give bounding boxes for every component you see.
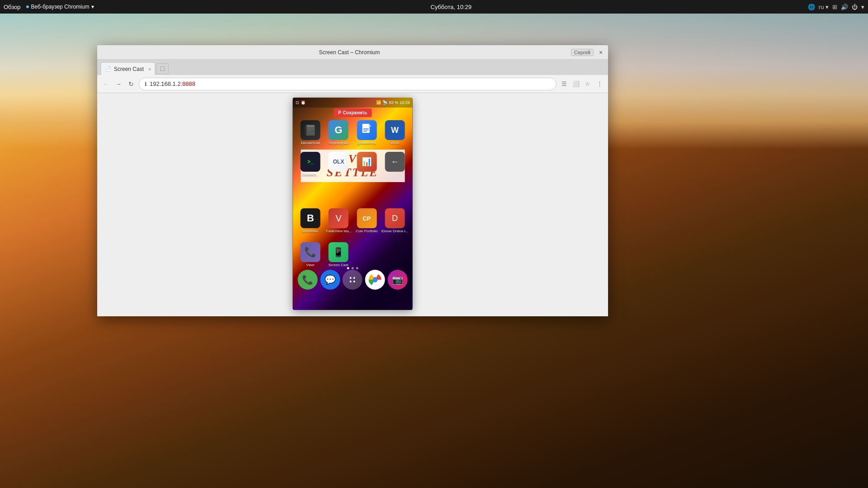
phone-screen-mockup[interactable]: ⊡ ⏰ 📶 📡 83 % 10:29 P Сохранить bbox=[293, 98, 413, 310]
blockfolio-icon: B bbox=[301, 208, 321, 228]
back-button[interactable]: ← bbox=[101, 79, 111, 89]
phone-app-back[interactable]: ← bbox=[382, 152, 407, 177]
address-info-icon: ℹ bbox=[145, 81, 147, 87]
stats-icon: 📊 bbox=[357, 152, 377, 172]
dock-messages[interactable]: 💬 bbox=[319, 270, 341, 290]
ebookdroid-label: EBookDroid bbox=[301, 141, 320, 145]
phone-dots-indicator bbox=[293, 267, 413, 269]
phone-wifi-icon: 📡 bbox=[382, 100, 387, 105]
svg-point-11 bbox=[350, 277, 352, 279]
taskbar-app-label: Веб-браузер Chromium bbox=[31, 4, 90, 10]
phone-app-translate[interactable]: G Переводчик bbox=[326, 120, 351, 145]
bookmark-icon[interactable]: ☆ bbox=[583, 79, 593, 89]
taskbar-datetime: Суббота, 10:29 bbox=[430, 4, 472, 10]
phone-apps-row-2: >_ Connect... OLX 📊 ← bbox=[293, 152, 413, 177]
coinportfolio-icon: CP bbox=[357, 208, 377, 228]
tradeview-icon: V bbox=[329, 208, 349, 228]
phone-app-viber[interactable]: 📞 Viber bbox=[297, 242, 325, 267]
filter-icon[interactable]: ☰ bbox=[559, 79, 569, 89]
svg-rect-3 bbox=[307, 129, 314, 129]
tab-close-button[interactable]: × bbox=[148, 66, 151, 72]
phone-time: 10:29 bbox=[400, 100, 410, 105]
dock-chrome[interactable] bbox=[364, 270, 387, 290]
dock-chrome-icon bbox=[365, 270, 385, 290]
phone-app-tradeview[interactable]: V TradeView Ma... bbox=[326, 208, 351, 233]
taskbar-power-icon[interactable]: ⏻ bbox=[852, 4, 858, 10]
phone-app-idinow[interactable]: D IDnow Online-I... bbox=[382, 208, 407, 233]
phone-apps-row-1: EBookDroid G Переводчик bbox=[293, 120, 413, 145]
phone-status-right: 📶 📡 83 % 10:29 bbox=[376, 100, 410, 105]
taskbar: Обзор Веб-браузер Chromium ▾ Суббота, 10… bbox=[0, 0, 868, 14]
viber-icon: 📞 bbox=[301, 242, 321, 262]
overview-button[interactable]: Обзор bbox=[4, 4, 21, 10]
reload-button[interactable]: ↻ bbox=[126, 79, 136, 89]
phone-app-ebookdroid[interactable]: EBookDroid bbox=[298, 120, 323, 145]
phone-dock: 📞 💬 bbox=[293, 270, 413, 290]
browser-content: ⊡ ⏰ 📶 📡 83 % 10:29 P Сохранить bbox=[97, 93, 608, 316]
address-url-text: 192.168.1.2:8888 bbox=[150, 80, 551, 87]
phone-app-blockfolio[interactable]: B Blockfolio bbox=[298, 208, 323, 233]
phone-apps-row-3: B Blockfolio V TradeView Ma... CP Coin P… bbox=[293, 208, 413, 233]
phone-cast-icon: ⊡ bbox=[296, 100, 299, 105]
word-label: Word bbox=[391, 141, 399, 145]
menu-icon[interactable]: ⋮ bbox=[594, 79, 604, 89]
taskbar-app-chromium[interactable]: Веб-браузер Chromium ▾ bbox=[26, 4, 94, 10]
dot-2 bbox=[352, 267, 354, 269]
idinow-icon: D bbox=[385, 208, 405, 228]
dock-camera[interactable]: 📷 bbox=[387, 270, 409, 290]
browser-close-button[interactable]: × bbox=[597, 49, 604, 56]
phone-battery-icon: 📶 bbox=[376, 100, 381, 105]
screenshot-icon[interactable]: ⬜ bbox=[571, 79, 581, 89]
phone-app-coinportfolio[interactable]: CP Coin Portfolio bbox=[354, 208, 379, 233]
viber-label: Viber bbox=[306, 263, 315, 267]
phone-app-screencast[interactable]: 📱 Screen Cast bbox=[325, 242, 353, 267]
phone-app-olx[interactable]: OLX bbox=[326, 152, 351, 177]
svg-rect-2 bbox=[307, 127, 314, 128]
svg-point-14 bbox=[354, 281, 355, 282]
phone-app-terminal[interactable]: >_ Connect... bbox=[298, 152, 323, 177]
svg-rect-5 bbox=[305, 126, 307, 135]
svg-rect-4 bbox=[307, 130, 311, 131]
translate-label: Переводчик bbox=[329, 141, 349, 145]
docs-label: Документы bbox=[358, 141, 376, 145]
svg-point-13 bbox=[350, 281, 352, 282]
forward-button[interactable]: → bbox=[113, 79, 123, 89]
svg-rect-1 bbox=[307, 126, 314, 127]
dock-camera-icon: 📷 bbox=[388, 270, 408, 290]
browser-tab-screencast[interactable]: 📄 Screen Cast × bbox=[101, 62, 155, 75]
phone-app-stats[interactable]: 📊 bbox=[354, 152, 379, 177]
coinportfolio-label: Coin Portfolio bbox=[356, 229, 377, 233]
docs-icon bbox=[357, 120, 377, 140]
taskbar-power-arrow[interactable]: ▾ bbox=[861, 4, 864, 10]
browser-title: Screen Cast – Chromium bbox=[319, 49, 380, 56]
save-button-overlay[interactable]: P Сохранить bbox=[334, 108, 372, 117]
taskbar-globe-icon[interactable]: 🌐 bbox=[808, 4, 815, 10]
taskbar-network-icon[interactable]: ⊞ bbox=[832, 4, 837, 10]
phone-status-bar: ⊡ ⏰ 📶 📡 83 % 10:29 bbox=[293, 98, 413, 108]
dock-apps[interactable] bbox=[341, 270, 364, 290]
browser-user-button[interactable]: Сергей bbox=[571, 49, 594, 56]
address-input[interactable]: ℹ 192.168.1.2:8888 bbox=[139, 78, 557, 90]
new-tab-icon: □ bbox=[160, 65, 165, 73]
address-actions: ☰ ⬜ ☆ ⋮ bbox=[559, 79, 604, 89]
address-bar: ← → ↻ ℹ 192.168.1.2:8888 ☰ ⬜ ☆ ⋮ bbox=[97, 75, 608, 93]
taskbar-volume-icon[interactable]: 🔊 bbox=[841, 4, 848, 10]
tab-bar: 📄 Screen Cast × □ bbox=[97, 60, 608, 75]
dock-phone[interactable]: 📞 bbox=[297, 270, 319, 290]
terminal-label: Connect... bbox=[302, 173, 318, 177]
phone-app-docs[interactable]: Документы bbox=[354, 120, 379, 145]
dock-apps-icon bbox=[343, 270, 363, 290]
tradeview-label: TradeView Ma... bbox=[326, 229, 352, 233]
phone-battery-pct: 83 % bbox=[389, 100, 398, 105]
word-icon: W bbox=[385, 120, 405, 140]
svg-point-12 bbox=[354, 277, 355, 279]
phone-status-left: ⊡ ⏰ bbox=[296, 100, 306, 105]
new-tab-button[interactable]: □ bbox=[156, 63, 169, 74]
phone-apps-row-4: 📞 Viber 📱 Screen Cast bbox=[293, 242, 413, 267]
phone-alarm-icon: ⏰ bbox=[301, 100, 306, 105]
taskbar-lang[interactable]: ru ▾ bbox=[819, 4, 829, 10]
dock-messages-icon: 💬 bbox=[320, 270, 340, 290]
taskbar-app-arrow: ▾ bbox=[91, 4, 94, 10]
phone-app-word[interactable]: W Word bbox=[382, 120, 407, 145]
tab-page-icon: 📄 bbox=[105, 66, 111, 72]
